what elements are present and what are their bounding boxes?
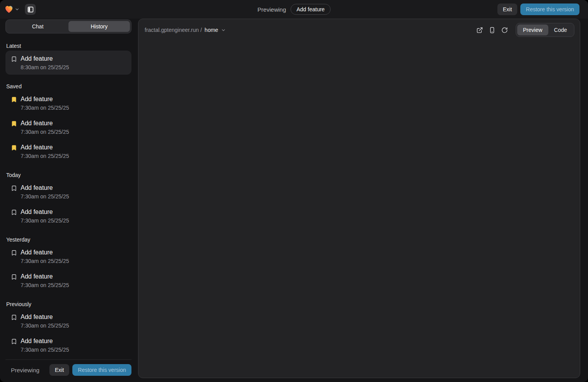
restore-version-button[interactable]: Restore this version (520, 4, 579, 15)
history-item[interactable]: Add feature7:30am on 25/25/25 (5, 180, 131, 204)
chevron-down-icon (15, 7, 19, 12)
history-item-title: Add feature (21, 208, 69, 216)
sidebar-footer: Previewing Exit Restore this version (5, 359, 131, 378)
history-item[interactable]: Add feature7:30am on 25/25/25 (5, 91, 131, 115)
tab-history[interactable]: History (68, 21, 130, 32)
exit-button[interactable]: Exit (49, 364, 69, 376)
history-item[interactable]: Add feature7:30am on 25/25/25 (5, 309, 131, 333)
sidebar-toggle-button[interactable] (25, 4, 36, 15)
history-section-title: Yesterday (6, 237, 131, 243)
tab-preview[interactable]: Preview (517, 25, 548, 35)
bookmark-icon[interactable] (11, 56, 17, 64)
history-item-title: Add feature (21, 337, 69, 345)
history-item-title: Add feature (21, 184, 69, 192)
preview-viewport[interactable] (138, 40, 580, 378)
app-window: Previewing Add feature Exit Restore this… (0, 0, 588, 382)
previewing-status-label: Previewing (257, 6, 286, 13)
history-item-title: Add feature (21, 119, 69, 127)
history-item-timestamp: 8:30am on 25/25/25 (21, 64, 69, 70)
history-item[interactable]: Add feature7:30am on 25/25/25 (5, 139, 131, 163)
history-item-timestamp: 7:30am on 25/25/25 (21, 153, 69, 159)
history-item[interactable]: Add feature7:30am on 25/25/25 (5, 244, 131, 268)
history-item-timestamp: 7:30am on 25/25/25 (21, 258, 69, 264)
bookmark-icon[interactable] (11, 185, 17, 193)
history-item-text: Add feature8:30am on 25/25/25 (21, 55, 69, 70)
preview-panel: fractal.gptengineer.run / home (138, 19, 580, 378)
restore-version-button[interactable]: Restore this version (72, 364, 131, 376)
history-item-title: Add feature (21, 273, 69, 280)
app-logo-menu[interactable] (5, 5, 19, 13)
history-item-title: Add feature (21, 249, 69, 256)
history-item-timestamp: 7:30am on 25/25/25 (21, 322, 69, 329)
open-in-new-tab-button[interactable] (474, 25, 485, 35)
previewing-status-label: Previewing (11, 367, 39, 373)
history-item-timestamp: 7:30am on 25/25/25 (21, 105, 69, 111)
history-item-title: Add feature (21, 95, 69, 103)
preview-url-domain: fractal.gptengineer.run / (145, 27, 202, 33)
history-item-text: Add feature7:30am on 25/25/25 (21, 208, 69, 224)
tab-code[interactable]: Code (548, 25, 573, 35)
history-item-title: Add feature (21, 144, 69, 151)
history-section-title: Saved (6, 83, 131, 89)
history-list: LatestAdd feature8:30am on 25/25/25Saved… (5, 33, 131, 359)
lovable-heart-icon (5, 5, 13, 13)
preview-code-switcher: Preview Code (516, 23, 574, 37)
history-item-timestamp: 7:30am on 25/25/25 (21, 347, 69, 353)
preview-url-route: home (205, 27, 218, 33)
history-item[interactable]: Add feature7:30am on 25/25/25 (5, 333, 131, 357)
history-item-text: Add feature7:30am on 25/25/25 (21, 95, 69, 111)
bookmark-filled-icon[interactable] (11, 96, 17, 104)
history-item-text: Add feature7:30am on 25/25/25 (21, 119, 69, 135)
refresh-preview-button[interactable] (499, 25, 510, 35)
history-item-text: Add feature7:30am on 25/25/25 (21, 273, 69, 288)
content-area: Chat History LatestAdd feature8:30am on … (0, 19, 588, 382)
bookmark-icon[interactable] (11, 338, 17, 346)
panel-left-icon (27, 6, 34, 13)
bookmark-filled-icon[interactable] (11, 145, 17, 152)
history-item[interactable]: Add feature8:30am on 25/25/25 (5, 51, 131, 75)
top-bar: Previewing Add feature Exit Restore this… (0, 0, 588, 19)
history-section-title: Previously (6, 301, 131, 307)
history-item[interactable]: Add feature7:30am on 25/25/25 (5, 204, 131, 228)
history-item[interactable]: Add feature7:30am on 25/25/25 (5, 268, 131, 293)
bookmark-icon[interactable] (11, 274, 17, 282)
history-section-title: Latest (6, 43, 131, 49)
sidebar-tab-switcher: Chat History (5, 19, 131, 33)
history-item-text: Add feature7:30am on 25/25/25 (21, 313, 69, 329)
exit-button[interactable]: Exit (497, 4, 517, 15)
preview-panel-header: fractal.gptengineer.run / home (138, 19, 580, 40)
external-link-icon (476, 27, 483, 33)
history-item-title: Add feature (21, 55, 69, 63)
preview-url-selector[interactable]: fractal.gptengineer.run / home (145, 27, 226, 33)
history-item-text: Add feature7:30am on 25/25/25 (21, 337, 69, 353)
history-item-title: Add feature (21, 313, 69, 321)
history-section-title: Today (6, 172, 131, 178)
history-item-timestamp: 7:30am on 25/25/25 (21, 129, 69, 135)
history-item-timestamp: 7:30am on 25/25/25 (21, 217, 69, 224)
history-item-timestamp: 7:30am on 25/25/25 (21, 282, 69, 288)
bookmark-icon[interactable] (11, 209, 17, 217)
chevron-down-icon (221, 28, 226, 33)
version-name-badge[interactable]: Add feature (290, 4, 330, 15)
bookmark-icon[interactable] (11, 314, 17, 322)
bookmark-filled-icon[interactable] (11, 121, 17, 128)
bookmark-icon[interactable] (11, 250, 17, 258)
mobile-icon (489, 27, 495, 33)
tab-chat[interactable]: Chat (7, 21, 68, 32)
history-item-text: Add feature7:30am on 25/25/25 (21, 249, 69, 264)
history-item-timestamp: 7:30am on 25/25/25 (21, 193, 69, 200)
history-item-text: Add feature7:30am on 25/25/25 (21, 184, 69, 200)
history-item-text: Add feature7:30am on 25/25/25 (21, 144, 69, 159)
mobile-preview-button[interactable] (487, 25, 498, 35)
history-sidebar: Chat History LatestAdd feature8:30am on … (5, 19, 131, 378)
history-item[interactable]: Add feature7:30am on 25/25/25 (5, 115, 131, 139)
refresh-icon (501, 27, 508, 33)
